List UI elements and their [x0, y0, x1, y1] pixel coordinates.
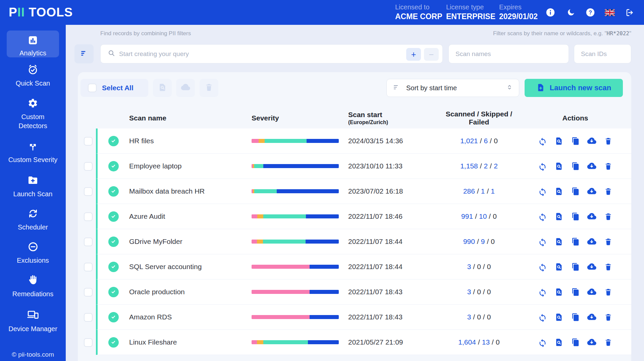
rescan-icon[interactable]	[538, 287, 547, 297]
scanned-count[interactable]: 1,158	[460, 162, 478, 170]
bulk-report-button-disabled[interactable]	[153, 79, 172, 97]
view-report-icon[interactable]	[554, 212, 564, 221]
failed-count[interactable]: 0	[496, 338, 500, 346]
download-icon[interactable]	[587, 262, 596, 271]
view-report-icon[interactable]	[554, 237, 564, 246]
scanned-count[interactable]: 1,021	[460, 137, 478, 145]
scanned-count[interactable]: 3	[467, 263, 471, 270]
failed-count[interactable]: 0	[487, 313, 491, 321]
failed-count[interactable]: 0	[494, 137, 498, 145]
scan-name[interactable]: Azure Audit	[129, 212, 252, 220]
bulk-delete-button-disabled[interactable]	[200, 79, 218, 97]
delete-icon[interactable]	[603, 237, 613, 246]
failed-count[interactable]: 0	[493, 212, 497, 220]
rescan-icon[interactable]	[538, 161, 547, 171]
copy-icon[interactable]	[571, 287, 580, 297]
copy-icon[interactable]	[571, 187, 580, 196]
scan-name[interactable]: Mailbox data breach HR	[129, 187, 252, 195]
copy-icon[interactable]	[571, 262, 580, 271]
sidebar-item-scheduler[interactable]: Scheduler	[0, 208, 66, 232]
launch-new-scan-button[interactable]: Launch new scan	[525, 79, 623, 97]
copy-icon[interactable]	[571, 161, 580, 171]
scan-name[interactable]: Employee laptop	[129, 162, 252, 170]
skipped-count[interactable]: 0	[477, 263, 481, 270]
sidebar-item-launch-scan[interactable]: Launch Scan	[0, 174, 66, 199]
skipped-count[interactable]: 1	[481, 187, 485, 195]
download-icon[interactable]	[587, 338, 596, 347]
row-checkbox[interactable]	[84, 313, 93, 322]
scan-names-input[interactable]	[449, 50, 569, 58]
failed-count[interactable]: 0	[491, 238, 495, 245]
download-icon[interactable]	[587, 312, 596, 322]
add-filter-button[interactable]: +	[406, 48, 421, 61]
select-all-control[interactable]: Select All	[80, 79, 148, 97]
sort-select[interactable]: Sort by start time	[386, 79, 519, 97]
failed-count[interactable]: 1	[491, 187, 495, 195]
info-icon[interactable]	[545, 7, 556, 18]
scanned-count[interactable]: 991	[461, 212, 473, 220]
scanned-count[interactable]: 3	[467, 313, 471, 321]
help-icon[interactable]: ?	[585, 7, 596, 18]
view-report-icon[interactable]	[554, 187, 564, 196]
skipped-count[interactable]: 9	[481, 238, 485, 245]
scan-ids-input[interactable]	[574, 50, 631, 58]
skipped-count[interactable]: 6	[484, 137, 488, 145]
skipped-count[interactable]: 0	[477, 288, 481, 296]
delete-icon[interactable]	[603, 262, 613, 271]
delete-icon[interactable]	[603, 187, 613, 196]
scanned-count[interactable]: 3	[467, 288, 471, 296]
sidebar-item-exclusions[interactable]: Exclusions	[0, 241, 66, 265]
scan-name[interactable]: Linux Fileshare	[129, 338, 252, 346]
scan-name[interactable]: SQL Server accounting	[129, 263, 252, 271]
rescan-icon[interactable]	[538, 237, 547, 246]
sidebar-item-device-manager[interactable]: Device Manager	[0, 309, 66, 333]
download-icon[interactable]	[587, 212, 596, 221]
rescan-icon[interactable]	[538, 338, 547, 347]
failed-count[interactable]: 0	[487, 288, 491, 296]
view-report-icon[interactable]	[554, 262, 564, 271]
scan-name[interactable]: Oracle production	[129, 288, 252, 296]
query-input[interactable]	[116, 50, 442, 58]
download-icon[interactable]	[587, 237, 596, 246]
view-report-icon[interactable]	[554, 287, 564, 297]
view-report-icon[interactable]	[554, 312, 564, 322]
logout-icon[interactable]	[624, 7, 635, 18]
rescan-icon[interactable]	[538, 136, 547, 146]
row-checkbox[interactable]	[84, 338, 93, 347]
language-flag-uk-icon[interactable]	[604, 7, 615, 18]
sidebar-item-custom-severity[interactable]: Custom Severity	[0, 141, 66, 164]
view-report-icon[interactable]	[554, 136, 564, 146]
copy-icon[interactable]	[571, 338, 580, 347]
row-checkbox[interactable]	[84, 288, 93, 297]
rescan-icon[interactable]	[538, 187, 547, 196]
bulk-download-button-disabled[interactable]	[176, 79, 195, 97]
copy-icon[interactable]	[571, 312, 580, 322]
query-options-button[interactable]	[74, 44, 94, 63]
delete-icon[interactable]	[603, 161, 613, 171]
view-report-icon[interactable]	[554, 161, 564, 171]
remove-filter-button[interactable]: −	[424, 48, 439, 61]
skipped-count[interactable]: 0	[477, 313, 481, 321]
scan-name[interactable]: Amazon RDS	[129, 313, 252, 321]
row-checkbox[interactable]	[84, 263, 93, 271]
sidebar-item-remediations[interactable]: Remediations	[0, 274, 66, 299]
row-checkbox[interactable]	[84, 137, 93, 146]
rescan-icon[interactable]	[538, 312, 547, 322]
skipped-count[interactable]: 13	[482, 338, 490, 346]
sidebar-item-custom-detectors[interactable]: Custom Detectors	[0, 98, 66, 131]
delete-icon[interactable]	[603, 312, 613, 322]
row-checkbox[interactable]	[84, 187, 93, 196]
scan-name[interactable]: GDrive MyFolder	[129, 238, 252, 246]
failed-count[interactable]: 2	[494, 162, 498, 170]
download-icon[interactable]	[587, 287, 596, 297]
dark-mode-icon[interactable]	[565, 7, 577, 18]
view-report-icon[interactable]	[554, 338, 564, 347]
copy-icon[interactable]	[571, 237, 580, 246]
sidebar-item-analytics[interactable]: Analytics	[7, 31, 59, 57]
scanned-count[interactable]: 286	[463, 187, 475, 195]
row-checkbox[interactable]	[84, 212, 93, 221]
row-checkbox[interactable]	[84, 162, 93, 171]
scanned-count[interactable]: 1,604	[458, 338, 476, 346]
skipped-count[interactable]: 2	[484, 162, 488, 170]
scan-name[interactable]: HR files	[129, 137, 252, 145]
